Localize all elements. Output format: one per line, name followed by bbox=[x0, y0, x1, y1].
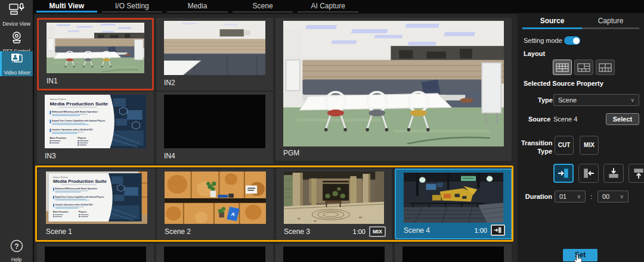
tile-scene-2[interactable]: A Scene 2 bbox=[157, 169, 274, 239]
settings-panel: Source Capture Setting mode Layout Selec… bbox=[518, 13, 644, 262]
thumbnail bbox=[45, 247, 146, 262]
in3-thumbnail: Software Platform Media Production Suite… bbox=[45, 95, 146, 148]
scene4-wipe-transition-badge bbox=[491, 224, 505, 236]
setting-mode-toggle[interactable] bbox=[564, 36, 580, 45]
mix-button-label: MIX bbox=[584, 142, 595, 148]
select-button[interactable]: Select bbox=[606, 113, 639, 125]
svg-text:Expand Your Creative Capabilit: Expand Your Creative Capabilities with O… bbox=[52, 120, 105, 123]
sidebar-item-video-mixer[interactable]: Video Mixer bbox=[0, 51, 33, 76]
transition-type-label-line2: Type bbox=[521, 148, 552, 155]
svg-text:Intuitive Operation with a Uni: Intuitive Operation with a Unified GUI bbox=[52, 129, 92, 132]
orange-shelf-image: A bbox=[165, 171, 266, 224]
chevron-down-icon: ∨ bbox=[620, 194, 624, 199]
duration-label: Duration bbox=[521, 193, 552, 200]
tile-in2[interactable]: IN2 bbox=[156, 18, 273, 91]
video-mixer-app: Device View PTZ Control bbox=[0, 0, 644, 262]
ptz-camera-icon bbox=[8, 31, 25, 48]
source-value: Scene 4 bbox=[553, 116, 577, 123]
device-view-icon bbox=[8, 2, 26, 20]
tile-label: Scene 4 bbox=[404, 226, 430, 235]
tab-io-setting[interactable]: I/O Setting bbox=[100, 0, 165, 13]
multiview-grid: IN1 IN2 bbox=[34, 13, 518, 262]
tab-media[interactable]: Media bbox=[165, 0, 230, 13]
chevron-down-icon: ∨ bbox=[630, 97, 634, 103]
type-label: Type bbox=[538, 96, 553, 104]
type-dropdown[interactable]: Scene ∨ bbox=[553, 94, 639, 106]
mix-transition-button[interactable]: MIX bbox=[580, 136, 599, 155]
tile-in3[interactable]: Software Platform Media Production Suite… bbox=[37, 92, 154, 164]
cut-transition-button[interactable]: CUT bbox=[555, 136, 574, 155]
thumbnail bbox=[402, 247, 504, 262]
layout-option-1-button[interactable] bbox=[553, 60, 572, 75]
scene4-thumbnail bbox=[404, 173, 503, 223]
duration-seconds-dropdown[interactable]: 00 ∨ bbox=[597, 191, 628, 202]
panel-tab-underline bbox=[582, 27, 639, 29]
layout-grid-1-icon bbox=[556, 63, 569, 72]
office-scene-image bbox=[47, 23, 144, 73]
layout-grid-3-icon bbox=[599, 63, 612, 72]
source-label: Source bbox=[528, 116, 550, 123]
tab-scene[interactable]: Scene bbox=[230, 0, 296, 13]
tile-scene-4[interactable]: Scene 4 1:00 bbox=[395, 169, 512, 239]
tile-next-row-4[interactable] bbox=[395, 244, 512, 262]
in2-thumbnail bbox=[164, 21, 265, 75]
svg-text:Expand Your Creative Capabilit: Expand Your Creative Capabilities with O… bbox=[55, 196, 104, 198]
tile-pgm[interactable]: PGM bbox=[275, 18, 512, 161]
industrial-factory-image bbox=[404, 173, 503, 223]
tile-scene-1[interactable]: Software Platform Media Production Suite… bbox=[38, 169, 155, 239]
tile-label: PGM bbox=[283, 149, 299, 157]
duration-separator: : bbox=[590, 193, 592, 200]
scene2-thumbnail: A bbox=[165, 171, 266, 224]
scene4-duration: 1:00 bbox=[475, 227, 487, 234]
tile-next-row-3[interactable] bbox=[275, 244, 392, 262]
tile-in1[interactable]: IN1 bbox=[37, 18, 154, 91]
tab-label: Media bbox=[188, 2, 208, 10]
panel-tab-active-underline bbox=[522, 27, 582, 29]
tile-in4[interactable]: IN4 bbox=[156, 92, 273, 164]
wipe-left-button[interactable] bbox=[578, 164, 599, 183]
tab-ai-capture[interactable]: AI Capture bbox=[295, 0, 361, 13]
select-button-label: Select bbox=[613, 116, 632, 123]
pgm-thumbnail bbox=[283, 21, 504, 146]
sidebar-item-device-view[interactable]: Device View bbox=[0, 1, 33, 27]
svg-text:Software Platform: Software Platform bbox=[50, 98, 66, 101]
svg-text:Basic Functions: Basic Functions bbox=[50, 137, 67, 139]
scene3-duration: 1:00 bbox=[353, 228, 366, 235]
tile-scene-3[interactable]: Scene 3 1:00 MIX bbox=[276, 169, 392, 239]
tile-label: IN4 bbox=[164, 152, 175, 160]
sidebar-item-label: Video Mixer bbox=[2, 70, 33, 76]
svg-text:Enhanced Efficiency with Smart: Enhanced Efficiency with Smart Operation bbox=[52, 111, 98, 114]
tab-label: Multi View bbox=[49, 2, 84, 10]
wipe-up-button[interactable] bbox=[628, 164, 644, 183]
duration-minutes-value: 01 bbox=[559, 193, 577, 200]
wipe-down-button[interactable] bbox=[603, 164, 624, 183]
layout-option-3-button[interactable] bbox=[596, 60, 615, 75]
sidebar-item-label: Device View bbox=[0, 21, 33, 27]
svg-text:Enhanced Efficiency with Smart: Enhanced Efficiency with Smart Operation bbox=[55, 188, 97, 190]
tab-multi-view[interactable]: Multi View bbox=[34, 0, 100, 13]
sidebar: Device View PTZ Control bbox=[0, 0, 34, 262]
wipe-right-button[interactable] bbox=[553, 164, 574, 183]
sidebar-item-help[interactable]: ? Help bbox=[0, 237, 33, 262]
video-mixer-icon bbox=[9, 52, 26, 69]
layout-option-2-button[interactable] bbox=[574, 60, 593, 75]
tile-label: IN1 bbox=[47, 77, 58, 85]
duration-minutes-dropdown[interactable]: 01 ∨ bbox=[555, 191, 586, 202]
wipe-down-icon bbox=[607, 167, 620, 180]
tab-label: AI Capture bbox=[311, 2, 345, 10]
svg-text:Plug-ins: Plug-ins bbox=[79, 211, 86, 214]
help-icon: ? bbox=[9, 238, 24, 256]
panel-tab-label: Capture bbox=[598, 17, 624, 25]
panel-tab-source[interactable]: Source bbox=[522, 17, 582, 25]
tab-underline bbox=[102, 11, 163, 13]
tile-next-row-2[interactable] bbox=[156, 244, 273, 262]
svg-text:Intuitive Operation with a Uni: Intuitive Operation with a Unified GUI bbox=[55, 204, 92, 206]
tab-underline bbox=[298, 11, 358, 13]
set-button[interactable]: Set bbox=[563, 249, 597, 261]
setting-mode-label: Setting mode bbox=[524, 37, 562, 44]
panel-tab-capture[interactable]: Capture bbox=[582, 17, 639, 25]
svg-text:Media Production Suite: Media Production Suite bbox=[53, 179, 107, 183]
svg-text:Media Production Suite: Media Production Suite bbox=[50, 101, 109, 107]
tile-next-row-1[interactable] bbox=[37, 244, 154, 262]
transition-type-label-line1: Transition bbox=[521, 139, 552, 146]
